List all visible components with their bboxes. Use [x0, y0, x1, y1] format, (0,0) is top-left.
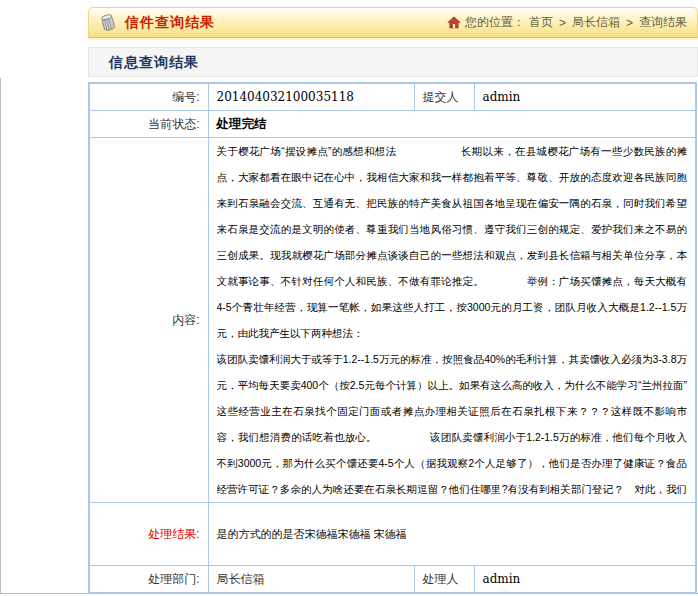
content-label: 内容:: [89, 138, 208, 503]
letter-detail-table: 编号: 201404032100035118 提交人 admin 当前状态: 处…: [88, 82, 697, 594]
breadcrumb-location-label: 您的位置：: [465, 14, 525, 31]
content-text: 关于樱花广场“摆设摊点”的感想和想法 长期以来，在县城樱花广场有一些少数民族的摊…: [217, 138, 688, 502]
number-value: 201404032100035118: [208, 83, 414, 111]
page-title: 信件查询结果: [125, 14, 215, 32]
table-row-result: 处理结果: 是的方式的的是否宋德福宋德福 宋德福: [89, 503, 696, 566]
handler-value: admin: [474, 566, 696, 594]
breadcrumb-current: 查询结果: [639, 14, 687, 31]
breadcrumb-mailbox-link[interactable]: 局长信箱: [572, 14, 620, 31]
breadcrumb-separator: >: [559, 16, 566, 30]
breadcrumb: 您的位置： 首页 > 局长信箱 > 查询结果: [447, 14, 687, 31]
status-label: 当前状态:: [89, 111, 208, 138]
breadcrumb-separator: >: [626, 16, 633, 30]
home-icon: [447, 16, 461, 29]
number-label: 编号:: [89, 83, 208, 111]
status-value: 处理完结: [208, 111, 696, 138]
table-row-status: 当前状态: 处理完结: [89, 111, 696, 138]
section-heading: 信息查询结果: [88, 47, 698, 77]
letter-query-result-page: 信件查询结果 您的位置： 首页 > 局长信箱 > 查询结果 信息查询结果 编号:: [0, 0, 698, 596]
breadcrumb-home-link[interactable]: 首页: [529, 14, 553, 31]
department-value: 局长信箱: [208, 566, 414, 594]
submitter-value: admin: [474, 83, 696, 111]
mailbag-icon: [97, 12, 119, 34]
header-left: 信件查询结果: [97, 12, 215, 34]
table-row-content: 内容: 关于樱花广场“摆设摊点”的感想和想法 长期以来，在县城樱花广场有一些少数…: [89, 138, 696, 503]
table-row-number: 编号: 201404032100035118 提交人 admin: [89, 83, 696, 111]
handler-label: 处理人: [414, 566, 474, 594]
section-title: 信息查询结果: [109, 54, 199, 70]
table-row-department: 处理部门: 局长信箱 处理人 admin: [89, 566, 696, 594]
result-label: 处理结果:: [89, 503, 208, 566]
content-value: 关于樱花广场“摆设摊点”的感想和想法 长期以来，在县城樱花广场有一些少数民族的摊…: [208, 138, 696, 503]
result-value: 是的方式的的是否宋德福宋德福 宋德福: [208, 503, 696, 566]
header-bar: 信件查询结果 您的位置： 首页 > 局长信箱 > 查询结果: [88, 7, 698, 38]
department-label: 处理部门:: [89, 566, 208, 594]
page-left-border: [0, 78, 1, 594]
submitter-label: 提交人: [414, 83, 474, 111]
